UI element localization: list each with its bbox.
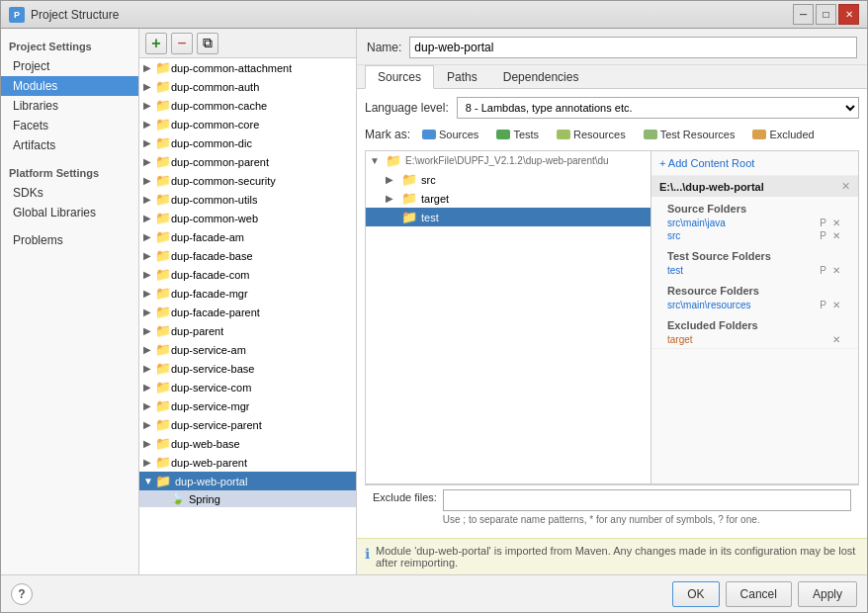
exclude-input-area: Use ; to separate name patterns, * for a… xyxy=(443,489,851,526)
list-item[interactable]: ▶ 📁 dup-facade-mgr xyxy=(139,284,356,303)
list-item[interactable]: ▶ 📁 dup-web-parent xyxy=(139,453,356,472)
list-item[interactable]: ▶ 📁 dup-service-base xyxy=(139,359,356,378)
list-item[interactable]: ▶ 📁 dup-common-dic xyxy=(139,133,356,152)
source-folder-remove-btn-2[interactable]: ✕ xyxy=(830,230,842,241)
tab-paths[interactable]: Paths xyxy=(434,65,490,89)
folder-icon: 📁 xyxy=(401,191,417,206)
list-item[interactable]: ▶ 📁 dup-common-utils xyxy=(139,190,356,209)
cancel-button[interactable]: Cancel xyxy=(726,581,792,607)
ok-button[interactable]: OK xyxy=(672,581,719,607)
resource-folder-remove-btn[interactable]: ✕ xyxy=(830,300,842,310)
tab-dependencies[interactable]: Dependencies xyxy=(490,65,592,89)
exclude-files-input[interactable] xyxy=(443,489,851,511)
sidebar-item-sdks[interactable]: SDKs xyxy=(1,183,138,203)
mark-tests-button[interactable]: Tests xyxy=(490,127,545,142)
test-source-folder-path: test xyxy=(667,265,818,276)
language-level-label: Language level: xyxy=(365,101,449,115)
spring-icon: 🍃 xyxy=(171,492,185,505)
add-module-button[interactable]: + xyxy=(145,33,167,54)
folder-icon: 📁 xyxy=(386,153,401,168)
expand-icon: ▶ xyxy=(143,288,155,299)
list-item[interactable]: ▶ 📁 dup-common-attachment xyxy=(139,58,356,77)
sidebar-item-libraries[interactable]: Libraries xyxy=(1,96,138,116)
tree-item-root[interactable]: ▼ 📁 E:\workFile\DUPFJ_V2.1.2\dup-web-par… xyxy=(366,151,651,170)
test-folder-edit-btn[interactable]: P xyxy=(818,265,828,276)
remove-module-button[interactable]: − xyxy=(171,33,193,54)
list-item[interactable]: ▶ 📁 dup-parent xyxy=(139,321,356,340)
list-item[interactable]: ▶ 📁 dup-service-am xyxy=(139,340,356,359)
tree-item-src[interactable]: ▶ 📁 src xyxy=(366,170,651,189)
list-item[interactable]: ▶ 📁 dup-common-parent xyxy=(139,152,356,171)
tab-sources[interactable]: Sources xyxy=(365,65,434,89)
sidebar-item-facets[interactable]: Facets xyxy=(1,116,138,135)
test-source-folder-row: test P ✕ xyxy=(659,264,850,277)
list-item[interactable]: ▶ 📁 dup-facade-parent xyxy=(139,303,356,321)
folder-icon: 📁 xyxy=(155,229,171,244)
module-list: ▶ 📁 dup-common-attachment ▶ 📁 dup-common… xyxy=(139,58,356,574)
module-name: dup-facade-am xyxy=(171,231,244,243)
source-folder-edit-btn-2[interactable]: P xyxy=(818,230,828,241)
main-content-area: Project Settings Project Modules Librari… xyxy=(1,29,867,574)
source-folder-actions: P ✕ xyxy=(818,218,842,228)
folder-icon: 📁 xyxy=(155,342,171,357)
folder-icon: 📁 xyxy=(155,398,171,413)
tree-node-label: E:\workFile\DUPFJ_V2.1.2\dup-web-parent\… xyxy=(405,155,609,166)
copy-module-button[interactable]: ⧉ xyxy=(197,33,218,54)
sidebar-item-project[interactable]: Project xyxy=(1,56,138,76)
resource-folder-edit-btn[interactable]: P xyxy=(818,300,828,310)
list-item-spring[interactable]: 🍃 Spring xyxy=(139,490,356,507)
list-item[interactable]: ▶ 📁 dup-common-auth xyxy=(139,77,356,96)
folder-icon: 📁 xyxy=(155,60,171,75)
bottom-left: ? xyxy=(11,583,33,605)
list-item-selected[interactable]: ▼ 📁 dup-web-portal xyxy=(139,472,356,490)
apply-button[interactable]: Apply xyxy=(798,581,857,607)
list-item[interactable]: ▶ 📁 dup-common-web xyxy=(139,209,356,227)
list-item[interactable]: ▶ 📁 dup-common-security xyxy=(139,171,356,190)
sidebar-item-global-libraries[interactable]: Global Libraries xyxy=(1,203,138,222)
tree-item-test[interactable]: 📁 test xyxy=(366,208,651,226)
sidebar-item-modules[interactable]: Modules xyxy=(1,76,138,96)
folder-icon: 📁 xyxy=(155,192,171,207)
folder-icon: 📁 xyxy=(155,455,171,470)
folder-icon: 📁 xyxy=(155,173,171,188)
language-level-select[interactable]: 8 - Lambdas, type annotations etc. xyxy=(457,97,859,119)
project-structure-window: P Project Structure ─ □ ✕ Project Settin… xyxy=(0,0,868,613)
source-folder-path: src\main\java xyxy=(667,218,818,228)
module-name-input[interactable] xyxy=(409,37,857,58)
add-content-root-button[interactable]: + Add Content Root xyxy=(651,151,858,176)
expand-icon: ▶ xyxy=(143,438,155,449)
tree-node-label: target xyxy=(421,193,449,205)
source-folder-row-1: src\main\java P ✕ xyxy=(659,217,850,229)
source-folder-edit-btn[interactable]: P xyxy=(818,218,828,228)
help-button[interactable]: ? xyxy=(11,583,33,605)
module-name: dup-web-base xyxy=(171,438,240,450)
expand-icon: ▶ xyxy=(143,400,155,411)
list-item[interactable]: ▶ 📁 dup-facade-base xyxy=(139,246,356,265)
close-button[interactable]: ✕ xyxy=(838,4,859,25)
close-section-button[interactable]: ✕ xyxy=(841,180,850,193)
mark-excluded-button[interactable]: Excluded xyxy=(746,127,820,142)
list-item[interactable]: ▶ 📁 dup-common-core xyxy=(139,115,356,133)
excluded-folder-remove-btn[interactable]: ✕ xyxy=(830,334,842,345)
mark-test-resources-button[interactable]: Test Resources xyxy=(638,127,741,142)
list-item[interactable]: ▶ 📁 dup-facade-com xyxy=(139,265,356,284)
test-folder-remove-btn[interactable]: ✕ xyxy=(830,265,842,276)
sidebar-item-artifacts[interactable]: Artifacts xyxy=(1,135,138,155)
list-item[interactable]: ▶ 📁 dup-web-base xyxy=(139,434,356,453)
list-item[interactable]: ▶ 📁 dup-facade-am xyxy=(139,227,356,246)
sidebar-item-problems[interactable]: Problems xyxy=(1,230,138,250)
mark-resources-button[interactable]: Resources xyxy=(551,127,632,142)
list-item[interactable]: ▶ 📁 dup-common-cache xyxy=(139,96,356,115)
mark-sources-button[interactable]: Sources xyxy=(416,127,484,142)
maximize-button[interactable]: □ xyxy=(816,4,836,25)
expand-icon: ▶ xyxy=(143,194,155,205)
source-folder-remove-btn[interactable]: ✕ xyxy=(830,218,842,228)
module-name: dup-parent xyxy=(171,325,223,337)
list-item[interactable]: ▶ 📁 dup-service-com xyxy=(139,378,356,396)
tree-item-target[interactable]: ▶ 📁 target xyxy=(366,189,651,208)
minimize-button[interactable]: ─ xyxy=(793,4,814,25)
module-name: dup-common-utils xyxy=(171,194,257,206)
list-item[interactable]: ▶ 📁 dup-service-parent xyxy=(139,415,356,434)
expand-icon: ▶ xyxy=(143,382,155,393)
list-item[interactable]: ▶ 📁 dup-service-mgr xyxy=(139,396,356,415)
